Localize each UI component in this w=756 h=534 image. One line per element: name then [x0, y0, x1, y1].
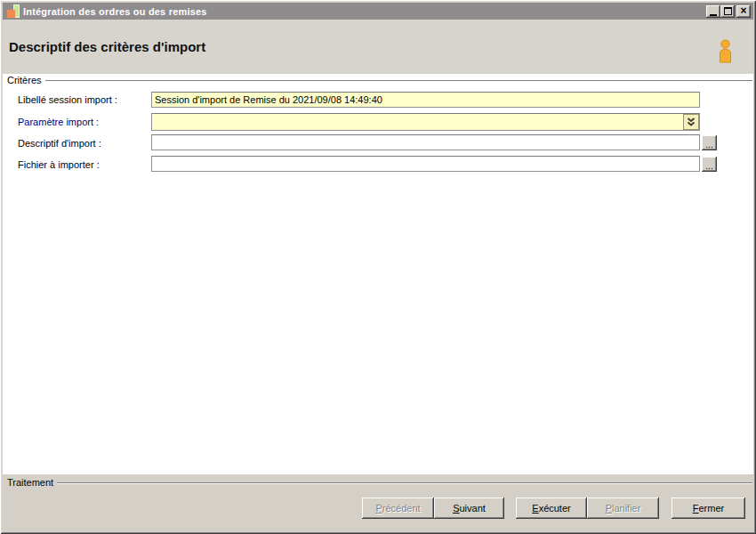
- libelle-session-import-input[interactable]: [151, 92, 700, 108]
- minimize-button[interactable]: [706, 5, 720, 18]
- double-chevron-down-icon: [687, 117, 696, 127]
- criteria-group-header: Critères: [7, 75, 752, 85]
- criteria-panel: Critères Libellé session import : Paramè…: [3, 74, 753, 474]
- descriptif-import-browse-button[interactable]: ...: [702, 135, 717, 150]
- window-title: Intégration des ordres ou des remises: [23, 6, 706, 17]
- label-fichier-a-importer: Fichier à importer :: [18, 157, 100, 173]
- close-button[interactable]: ×: [736, 5, 751, 18]
- parametre-import-combobox: [151, 113, 700, 131]
- minimize-icon: [710, 14, 717, 16]
- parametre-import-dropdown-button[interactable]: [683, 114, 699, 130]
- parametre-import-input[interactable]: [151, 113, 700, 131]
- suivant-button[interactable]: Suivant: [434, 498, 504, 519]
- criteria-group-line: [45, 80, 752, 82]
- criteria-group-label: Critères: [7, 75, 45, 85]
- fichier-a-importer-browse-button[interactable]: ...: [702, 157, 717, 172]
- app-icon-orange-square: [7, 10, 15, 18]
- user-icon: [716, 39, 735, 63]
- titlebar: Intégration des ordres ou des remises ×: [3, 3, 753, 20]
- fichier-a-importer-input[interactable]: [151, 156, 700, 172]
- treatment-group-line: [57, 482, 752, 484]
- page-title: Descriptif des critères d'import: [9, 39, 205, 54]
- label-libelle-session-import: Libellé session import :: [18, 92, 117, 108]
- header: Descriptif des critères d'import: [3, 20, 753, 74]
- precedent-button[interactable]: Précédent: [362, 498, 434, 519]
- window-frame: Intégration des ordres ou des remises × …: [0, 0, 756, 534]
- maximize-button[interactable]: [720, 5, 735, 18]
- app-icon: [7, 4, 20, 18]
- descriptif-import-input[interactable]: [151, 134, 700, 150]
- fermer-button[interactable]: Fermer: [672, 498, 745, 519]
- label-descriptif-import: Descriptif d'import :: [18, 135, 101, 151]
- planifier-button[interactable]: Planifier: [587, 498, 659, 519]
- label-parametre-import: Paramètre import :: [18, 114, 99, 130]
- maximize-icon: [724, 7, 732, 15]
- treatment-panel: Traitement Précédent Suivant Exécuter Pl…: [3, 474, 753, 531]
- treatment-group-label: Traitement: [7, 477, 57, 488]
- executer-button[interactable]: Exécuter: [516, 498, 587, 519]
- treatment-group-header: Traitement: [7, 477, 752, 488]
